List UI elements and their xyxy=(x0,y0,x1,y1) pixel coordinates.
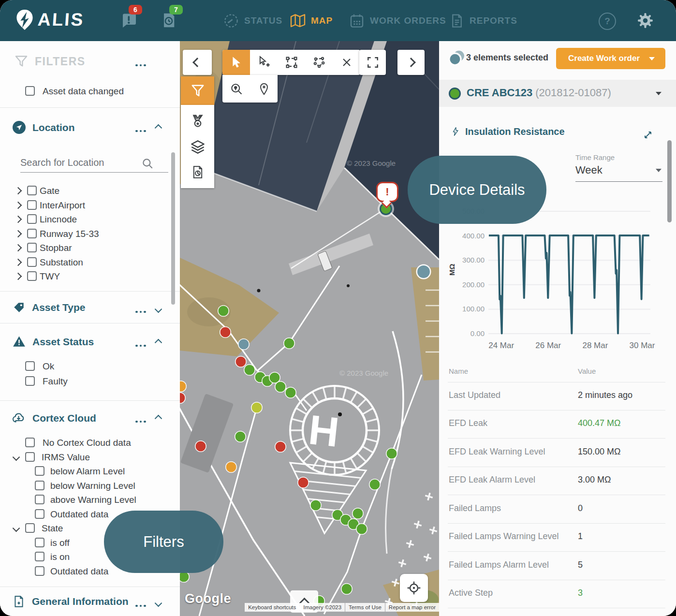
asset-marker-ok[interactable] xyxy=(357,524,367,534)
checkbox[interactable] xyxy=(35,509,44,519)
asset-marker-ok[interactable] xyxy=(284,338,294,349)
settings-gear-icon[interactable] xyxy=(636,12,654,29)
help-button[interactable]: ? xyxy=(599,13,616,30)
collapse-chevron-icon[interactable] xyxy=(13,525,20,532)
asset-marker-no_data[interactable] xyxy=(417,265,430,278)
checkbox[interactable] xyxy=(27,271,37,281)
tasks-notification-button[interactable]: 7 xyxy=(161,12,177,31)
expand-chevron-icon[interactable] xyxy=(15,201,22,209)
asset-marker-ok[interactable] xyxy=(245,365,255,375)
checkbox[interactable] xyxy=(27,257,37,267)
asset-type-menu-button[interactable] xyxy=(135,306,146,318)
checkbox[interactable] xyxy=(27,200,37,210)
expand-chart-icon[interactable] xyxy=(642,129,654,141)
attribution-link[interactable]: Keyboard shortcuts xyxy=(245,603,299,612)
collapse-chevron-icon[interactable] xyxy=(13,453,20,461)
medal-icon[interactable] xyxy=(191,114,205,129)
time-range-select[interactable]: Week xyxy=(575,164,662,182)
map-forward-button[interactable] xyxy=(397,50,425,75)
filters-menu-button[interactable] xyxy=(135,59,146,71)
location-menu-button[interactable] xyxy=(135,125,146,137)
nav-tab-work-orders[interactable]: WORK ORDERS xyxy=(349,0,446,41)
section-header-location[interactable]: Location xyxy=(13,121,75,134)
sidebar-scrollbar[interactable] xyxy=(171,152,175,305)
checkbox[interactable] xyxy=(35,552,44,561)
checkbox[interactable] xyxy=(35,566,44,576)
nav-tab-map[interactable]: MAP xyxy=(290,0,333,41)
alis-logo[interactable]: ALIS xyxy=(15,9,84,31)
checkbox[interactable] xyxy=(25,452,35,462)
checkbox[interactable] xyxy=(35,466,44,476)
add-pin-button[interactable] xyxy=(250,75,278,103)
create-work-order-button[interactable]: Create Work order xyxy=(556,48,665,69)
section-header-general-information[interactable]: General Information xyxy=(13,595,129,608)
checkbox[interactable] xyxy=(35,495,44,504)
cortex-cloud-collapse-chevron[interactable] xyxy=(156,413,161,423)
section-header-cortex-cloud[interactable]: Cortex Cloud xyxy=(12,411,96,425)
asset-marker-ok[interactable] xyxy=(387,449,397,459)
expand-chevron-icon[interactable] xyxy=(15,187,22,195)
asset-marker-ok[interactable] xyxy=(370,480,380,490)
selected-device-row[interactable]: CRE ABC123 (201812-01087) xyxy=(439,80,676,107)
checkbox[interactable] xyxy=(27,214,37,224)
asset-marker-faulty[interactable] xyxy=(276,442,286,452)
asset-marker-ok[interactable] xyxy=(276,382,286,392)
asset-marker-no_data[interactable] xyxy=(239,339,249,350)
layers-icon[interactable] xyxy=(190,139,206,155)
checkbox[interactable] xyxy=(27,243,37,252)
checkbox[interactable] xyxy=(25,361,35,371)
panel-scrollbar[interactable] xyxy=(667,140,672,222)
polygon-select-tool-button[interactable] xyxy=(305,50,333,75)
checkbox[interactable] xyxy=(25,438,35,447)
rectangle-select-tool-button[interactable] xyxy=(278,50,305,75)
checkbox[interactable] xyxy=(35,481,44,490)
asset-marker-faulty[interactable] xyxy=(196,441,206,452)
expand-chevron-icon[interactable] xyxy=(15,258,22,266)
expand-chevron-icon[interactable] xyxy=(15,230,22,237)
asset-marker-ok[interactable] xyxy=(353,509,363,519)
expand-chevron-icon[interactable] xyxy=(15,216,22,223)
attribution-link[interactable]: Imagery ©2023 xyxy=(300,603,345,612)
checkbox[interactable] xyxy=(35,538,44,547)
checkbox[interactable] xyxy=(27,186,37,195)
attribution-link[interactable]: Terms of Use xyxy=(345,603,385,612)
asset-marker-warning[interactable] xyxy=(226,462,236,472)
section-header-asset-type[interactable]: Asset Type xyxy=(13,301,86,314)
asset-status-menu-button[interactable] xyxy=(135,340,146,352)
asset-status-collapse-chevron[interactable] xyxy=(156,337,161,347)
asset-marker-ok[interactable] xyxy=(219,306,229,316)
asset-marker-caution[interactable] xyxy=(252,403,262,413)
section-header-asset-status[interactable]: Asset Status xyxy=(13,335,94,348)
select-tool-button[interactable] xyxy=(222,50,250,75)
nav-tab-reports[interactable]: REPORTS xyxy=(450,0,517,41)
map-filter-button[interactable] xyxy=(181,76,214,105)
asset-marker-ok[interactable] xyxy=(311,500,321,511)
export-report-icon[interactable] xyxy=(191,165,205,179)
map-back-button[interactable] xyxy=(183,50,212,75)
asset-type-collapse-chevron[interactable] xyxy=(156,305,161,314)
my-location-button[interactable] xyxy=(400,574,428,602)
asset-data-changed-checkbox[interactable] xyxy=(25,86,35,96)
clear-selection-button[interactable] xyxy=(333,50,360,75)
general-information-collapse-chevron[interactable] xyxy=(156,599,161,608)
attribution-link[interactable]: Report a map error xyxy=(385,603,439,612)
checkbox[interactable] xyxy=(25,376,35,386)
asset-marker-ok[interactable] xyxy=(235,432,246,442)
general-information-menu-button[interactable] xyxy=(135,600,146,612)
asset-marker-faulty[interactable] xyxy=(220,327,231,337)
map-fullscreen-button[interactable] xyxy=(359,50,386,75)
cortex-cloud-menu-button[interactable] xyxy=(135,416,146,427)
asset-marker-faulty[interactable] xyxy=(236,357,246,367)
messages-notification-button[interactable]: 6 xyxy=(120,12,137,31)
asset-marker-ok[interactable] xyxy=(342,584,352,594)
checkbox[interactable] xyxy=(25,523,35,533)
zoom-to-area-button[interactable] xyxy=(222,75,250,103)
asset-marker-ok[interactable] xyxy=(270,373,280,383)
checkbox[interactable] xyxy=(27,229,37,238)
nav-tab-status[interactable]: STATUS xyxy=(223,0,282,41)
asset-marker-faulty[interactable] xyxy=(298,478,309,488)
expand-chevron-icon[interactable] xyxy=(15,244,22,252)
asset-marker-ok[interactable] xyxy=(286,388,296,398)
location-collapse-chevron[interactable] xyxy=(156,122,161,132)
expand-chevron-icon[interactable] xyxy=(15,273,22,280)
